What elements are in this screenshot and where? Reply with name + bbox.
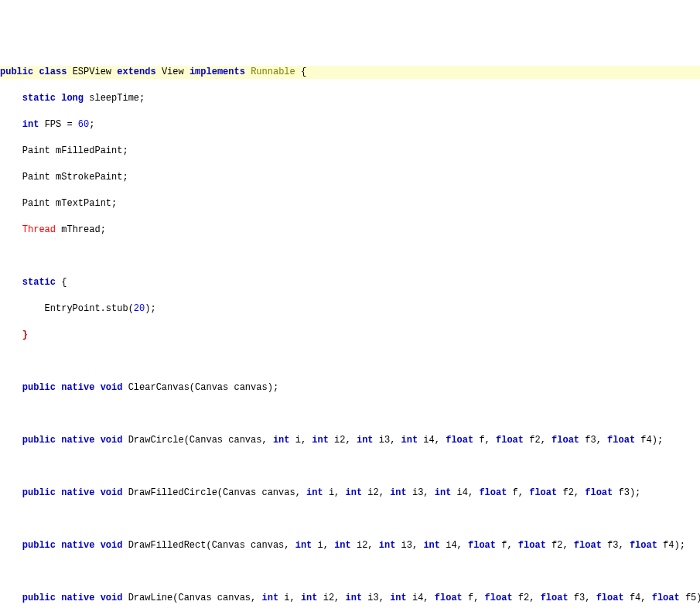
code-editor-content[interactable]: public class ESPView extends View implem… [0, 53, 700, 615]
parent-class: View [162, 67, 184, 77]
params: Canvas canvas, int i, int i2, int i3, in… [212, 540, 674, 551]
semicolon: ; [89, 119, 94, 130]
semicolon: ; [139, 93, 145, 104]
field-name: mThread [61, 224, 100, 235]
interface-name: Runnable [251, 67, 295, 77]
semicolon: ; [122, 172, 128, 183]
semicolon: ; [111, 198, 117, 209]
field-name: mStrokePaint [56, 172, 122, 183]
field-name: FPS [45, 119, 62, 130]
keyword-extends: extends [117, 67, 155, 77]
method-call: EntryPoint.stub [45, 303, 128, 314]
modifiers: public native void [22, 487, 123, 498]
semicolon: ; [101, 224, 106, 235]
field-name: mFilledPaint [56, 145, 122, 156]
modifiers: public native void [22, 382, 123, 393]
params: Canvas canvas, int i, int i2, int i3, in… [178, 593, 696, 603]
modifiers: int [22, 119, 39, 130]
params: Canvas canvas, int i, int i2, int i3, in… [223, 487, 630, 498]
keyword-implements: implements [190, 67, 245, 77]
semicolon: ; [122, 145, 128, 156]
keyword-static: static [22, 277, 56, 288]
params: Canvas canvas [195, 382, 268, 393]
code-line[interactable]: Thread mThread; [0, 224, 700, 237]
code-line[interactable]: Paint mTextPaint; [0, 197, 700, 210]
brace-open: { [61, 277, 67, 288]
code-line[interactable]: public class ESPView extends View implem… [0, 66, 700, 79]
equals: = [67, 119, 72, 130]
code-line[interactable] [0, 565, 700, 579]
brace-close: } [22, 330, 28, 340]
code-line[interactable]: static { [0, 276, 700, 289]
class-name: ESPView [73, 67, 111, 77]
code-line[interactable]: public native void DrawLine(Canvas canva… [0, 592, 700, 605]
modifiers: public native void [22, 540, 123, 551]
code-line[interactable] [0, 355, 700, 368]
code-line[interactable]: int FPS = 60; [0, 118, 700, 132]
code-line[interactable] [0, 460, 700, 473]
field-name: mTextPaint [56, 198, 111, 209]
method-name: ClearCanvas [128, 382, 190, 393]
code-line[interactable]: Paint mFilledPaint; [0, 145, 700, 158]
code-line[interactable]: EntryPoint.stub(20); [0, 302, 700, 316]
code-line[interactable] [0, 408, 700, 421]
brace-open: { [301, 67, 306, 77]
type-name: Thread [22, 224, 56, 235]
code-line[interactable] [0, 250, 700, 263]
code-line[interactable]: public native void DrawFilledRect(Canvas… [0, 539, 700, 552]
method-name: DrawCircle [128, 435, 184, 446]
code-line[interactable]: } [0, 329, 700, 342]
field-name: sleepTime [89, 93, 139, 104]
type-name: Paint [22, 145, 50, 156]
keyword-class: class [39, 67, 67, 77]
params: Canvas canvas, int i, int i2, int i3, in… [190, 435, 652, 446]
code-line[interactable]: public native void DrawFilledCircle(Canv… [0, 487, 700, 500]
method-name: DrawFilledCircle [128, 487, 217, 498]
type-name: Paint [22, 172, 50, 183]
code-line[interactable]: static long sleepTime; [0, 92, 700, 105]
code-line[interactable]: public native void DrawCircle(Canvas can… [0, 434, 700, 447]
type-name: Paint [22, 198, 50, 209]
method-name: DrawFilledRect [128, 540, 207, 551]
modifiers: static long [22, 93, 84, 104]
modifiers: public native void [22, 435, 123, 446]
keyword-public: public [0, 67, 33, 77]
number-literal: 20 [134, 303, 145, 314]
modifiers: public native void [22, 593, 123, 603]
method-name: DrawLine [128, 593, 173, 603]
code-line[interactable]: Paint mStrokePaint; [0, 171, 700, 184]
number-literal: 60 [78, 119, 89, 130]
code-line[interactable] [0, 513, 700, 526]
code-line[interactable]: public native void ClearCanvas(Canvas ca… [0, 381, 700, 395]
